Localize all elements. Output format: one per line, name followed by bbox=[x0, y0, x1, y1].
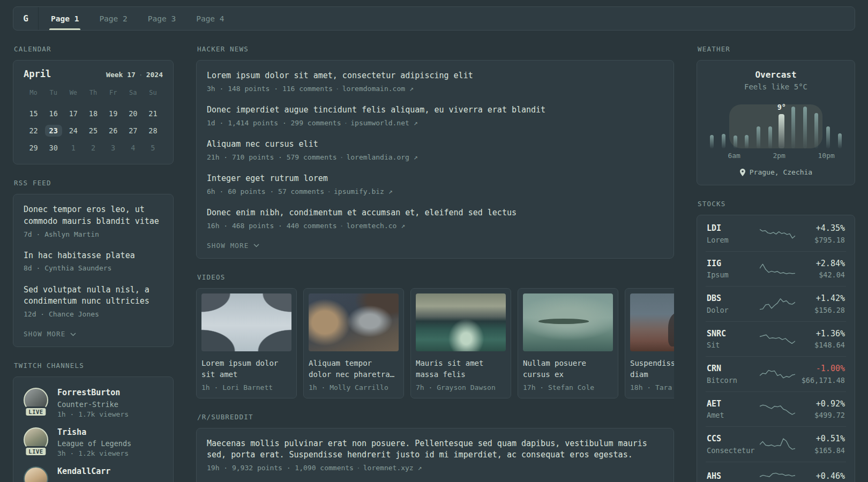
calendar-widget: CALENDAR April Week 17·2024 MoTuWeThFrSa… bbox=[13, 45, 174, 164]
weather-hourly-chart: 9° bbox=[706, 106, 845, 148]
video-thumbnail-boat-wake-city-skyline[interactable] bbox=[416, 293, 506, 351]
twitch-channel-list: LIVEForrestBurtonCounter-Strike1h · 1.7k… bbox=[24, 388, 163, 482]
stock-name: Consectetur bbox=[707, 446, 756, 455]
calendar-day: 21 bbox=[143, 105, 163, 122]
weather-widget: WEATHER Overcast Feels like 5°C 9° 6am2p… bbox=[697, 45, 855, 185]
tab-page-2[interactable]: Page 2 bbox=[89, 7, 137, 30]
hackernews-post-title[interactable]: Aliquam nec cursus elit bbox=[207, 139, 663, 150]
stock-sparkline bbox=[760, 261, 795, 276]
rss-show-more-button[interactable]: SHOW MORE bbox=[24, 330, 163, 338]
avatar[interactable] bbox=[24, 466, 48, 482]
stock-symbol[interactable]: SNRC bbox=[707, 329, 756, 340]
calendar-day: 16 bbox=[43, 105, 63, 122]
video-thumbnail-canoe-on-misty-lake[interactable] bbox=[523, 293, 613, 351]
stock-values: +1.36%$148.64 bbox=[799, 329, 845, 350]
rss-item-stats: 12d · Chance Jones bbox=[24, 310, 99, 318]
hackernews-widget: HACKER NEWS Lorem ipsum dolor sit amet, … bbox=[196, 45, 674, 259]
calendar-section-title: CALENDAR bbox=[14, 45, 173, 53]
hackernews-post-domain-link[interactable]: loremlandia.org ↗ bbox=[346, 153, 417, 161]
stock-row: AETAmet+0.92%$499.72 bbox=[706, 391, 846, 427]
stock-identity: CCSConsectetur bbox=[707, 434, 756, 455]
hackernews-post-list: Lorem ipsum dolor sit amet, consectetur … bbox=[207, 70, 663, 231]
calendar-day-number: 22 bbox=[25, 125, 42, 137]
stock-change: +0.92% bbox=[799, 399, 845, 410]
hackernews-post-domain-link[interactable]: loremdomain.com ↗ bbox=[342, 85, 414, 93]
tab-page-4[interactable]: Page 4 bbox=[186, 7, 234, 30]
hackernews-post-domain-link[interactable]: loremtech.co ↗ bbox=[346, 222, 405, 230]
twitch-channel-name[interactable]: ForrestBurton bbox=[57, 388, 129, 398]
hackernews-post-meta: 6h · 60 points · 57 comments·ipsumify.bi… bbox=[207, 187, 663, 197]
hackernews-post-title[interactable]: Integer eget rutrum lorem bbox=[207, 173, 663, 185]
twitch-channel-name[interactable]: KendallCarr bbox=[57, 466, 110, 477]
calendar-day: 20 bbox=[123, 105, 143, 122]
external-link-icon: ↗ bbox=[414, 119, 418, 127]
rss-item-title[interactable]: Donec tempor eros leo, ut commodo mauris… bbox=[24, 204, 163, 228]
video-title[interactable]: Lorem ipsum dolor sit amet consectetu… bbox=[201, 358, 291, 381]
stock-symbol[interactable]: IIG bbox=[707, 259, 756, 269]
external-link-icon: ↗ bbox=[401, 222, 405, 230]
video-title[interactable]: Mauris sit amet massa felis bbox=[416, 358, 506, 381]
calendar-day: 3 bbox=[103, 139, 123, 156]
weather-card: Overcast Feels like 5°C 9° 6am2pm10pm Pr… bbox=[697, 60, 855, 185]
calendar-day-number: 2 bbox=[87, 142, 100, 154]
video-title[interactable]: Nullam posuere cursus ex bbox=[523, 358, 613, 381]
stock-symbol[interactable]: AHS bbox=[707, 471, 756, 482]
video-thumbnail-hands-holding-camera[interactable] bbox=[309, 293, 399, 351]
calendar-weekday: Mo bbox=[24, 82, 43, 102]
weather-bar-slot bbox=[834, 106, 845, 148]
hackernews-post-title[interactable]: Lorem ipsum dolor sit amet, consectetur … bbox=[207, 70, 663, 82]
hackernews-post: Donec imperdiet augue tincidunt felis al… bbox=[207, 104, 663, 128]
twitch-channel-game: Counter-Strike bbox=[57, 400, 129, 409]
calendar-header: April Week 17·2024 bbox=[24, 69, 163, 79]
twitch-channel-name[interactable]: Trisha bbox=[57, 427, 131, 438]
video-meta: 17h · Stefan Cole bbox=[523, 383, 613, 391]
stock-symbol[interactable]: CCS bbox=[707, 434, 756, 445]
stocks-widget: STOCKS LDILorem+4.35%$795.18IIGIpsum+2.8… bbox=[697, 200, 855, 482]
hackernews-post-title[interactable]: Donec enim nibh, condimentum et accumsan… bbox=[207, 207, 663, 219]
rss-item-title[interactable]: In hac habitasse platea bbox=[24, 250, 163, 262]
video-card: Mauris sit amet massa felis7h · Grayson … bbox=[410, 288, 511, 398]
calendar-week-year: Week 17·2024 bbox=[106, 71, 163, 79]
stock-symbol[interactable]: AET bbox=[707, 399, 756, 410]
weather-hour-label: 6am bbox=[728, 152, 740, 160]
stock-symbol[interactable]: DBS bbox=[707, 293, 756, 304]
stock-change: -1.00% bbox=[799, 364, 845, 374]
subreddit-post-title[interactable]: Maecenas mollis pulvinar erat non posuer… bbox=[207, 438, 663, 462]
stock-change: +0.46% bbox=[799, 471, 845, 482]
hackernews-post-meta: 1d · 1,414 points · 299 comments·ipsumwo… bbox=[207, 118, 663, 128]
weather-condition: Overcast bbox=[706, 70, 845, 80]
stock-row: IIGIpsum+2.84%$42.04 bbox=[706, 251, 846, 287]
show-more-label: SHOW MORE bbox=[207, 242, 249, 250]
subreddit-card: Maecenas mollis pulvinar erat non posuer… bbox=[196, 428, 674, 482]
subreddit-post-domain-link[interactable]: loremnet.xyz ↗ bbox=[363, 464, 422, 472]
stock-values: +1.42%$156.28 bbox=[799, 293, 845, 314]
weather-hour-slot: 6am bbox=[728, 152, 740, 160]
calendar-day-number: 18 bbox=[85, 108, 102, 119]
hackernews-post-domain-link[interactable]: ipsumify.biz ↗ bbox=[334, 187, 393, 195]
rss-item-title[interactable]: Sed volutpat nulla nisl, a condimentum n… bbox=[24, 284, 163, 308]
location-pin-icon bbox=[739, 169, 746, 176]
video-title[interactable]: Suspendisse diam bbox=[630, 358, 674, 381]
home-logo[interactable]: G bbox=[13, 7, 38, 30]
weather-bar bbox=[710, 135, 714, 148]
weather-bar bbox=[803, 107, 807, 148]
stock-row: CRNBitcorn-1.00%$66,171.48 bbox=[706, 356, 846, 391]
hackernews-post-title[interactable]: Donec imperdiet augue tincidunt felis al… bbox=[207, 104, 663, 116]
calendar-weekday: Tu bbox=[43, 82, 63, 102]
video-thumbnail-sky-through-concrete-pillars[interactable] bbox=[201, 293, 291, 351]
tab-page-3[interactable]: Page 3 bbox=[138, 7, 186, 30]
weather-hour-slot bbox=[717, 152, 728, 160]
hackernews-post-domain-link[interactable]: ipsumworld.net ↗ bbox=[350, 119, 417, 127]
stock-identity: SNRCSit bbox=[707, 329, 756, 350]
calendar-day: 27 bbox=[123, 122, 143, 139]
video-title[interactable]: Aliquam tempor dolor nec pharetra… bbox=[309, 358, 399, 381]
video-thumbnail-person-in-foggy-field[interactable] bbox=[630, 293, 674, 351]
calendar-day-number: 16 bbox=[45, 108, 62, 119]
stock-symbol[interactable]: CRN bbox=[707, 364, 756, 374]
hackernews-show-more-button[interactable]: SHOW MORE bbox=[207, 242, 663, 250]
tab-page-1[interactable]: Page 1 bbox=[41, 7, 89, 30]
video-meta: 1h · Lori Barnett bbox=[201, 383, 291, 391]
stock-row: AHS+0.46% bbox=[706, 462, 846, 482]
twitch-channel-game: League of Legends bbox=[57, 439, 131, 448]
stock-symbol[interactable]: LDI bbox=[707, 223, 756, 234]
